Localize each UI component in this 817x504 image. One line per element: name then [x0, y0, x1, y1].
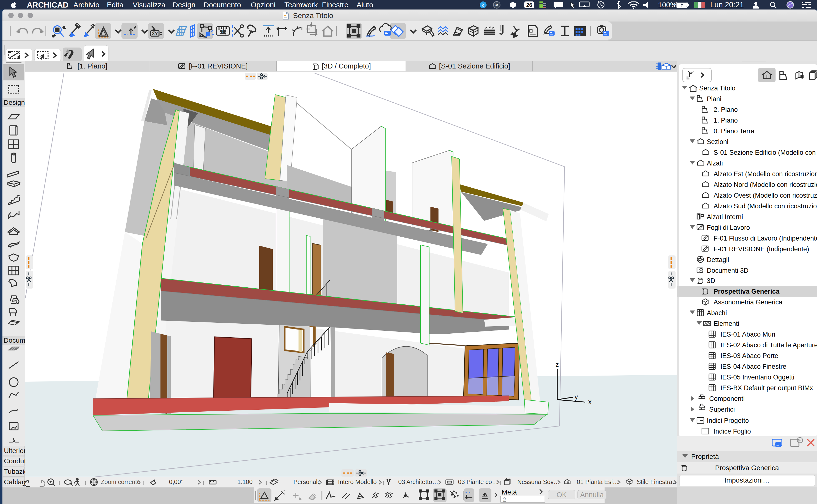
- svg-text:Docume: Docume: [4, 337, 25, 344]
- svg-text:Indici Progetto: Indici Progetto: [707, 417, 749, 424]
- svg-text:Indice Foglio: Indice Foglio: [714, 428, 751, 435]
- svg-text:Fogli di Lavoro: Fogli di Lavoro: [707, 224, 750, 231]
- svg-text:IES-03 Abaco Porte: IES-03 Abaco Porte: [720, 352, 778, 359]
- svg-text:IES-01 Abaco Muri: IES-01 Abaco Muri: [720, 331, 775, 338]
- svg-text:Superfici: Superfici: [709, 406, 735, 413]
- svg-text:z: z: [556, 361, 559, 368]
- svg-text:Personale: Personale: [293, 478, 321, 485]
- svg-text:Piani: Piani: [707, 95, 721, 103]
- svg-text:03 Architetto…: 03 Architetto…: [398, 478, 438, 485]
- svg-text:Alzato Nord (Modello con ricos: Alzato Nord (Modello con ricostruzione a: [714, 181, 817, 188]
- svg-text:Condutt: Condutt: [4, 457, 25, 465]
- svg-text:Intero Modello: Intero Modello: [338, 478, 376, 485]
- svg-text:1. Piano: 1. Piano: [714, 117, 738, 124]
- svg-text:Alzato Sud (Modello con ricost: Alzato Sud (Modello con ricostruzione au: [714, 203, 817, 210]
- svg-text:Alzati: Alzati: [707, 160, 723, 167]
- svg-text:Ulteriori: Ulteriori: [4, 447, 25, 455]
- svg-text:3D: 3D: [707, 277, 715, 284]
- svg-text:Prospettiva Generica: Prospettiva Generica: [715, 464, 779, 472]
- svg-text:Dettagli: Dettagli: [707, 256, 729, 263]
- svg-text:IES-04 Abaco Finestre: IES-04 Abaco Finestre: [720, 363, 786, 370]
- svg-text:Cablagg: Cablagg: [4, 478, 25, 486]
- svg-text:2. Piano: 2. Piano: [714, 106, 738, 113]
- svg-text:26: 26: [526, 2, 532, 8]
- svg-text:XY: XY: [152, 31, 158, 36]
- svg-text:Zoom corrente: Zoom corrente: [101, 478, 140, 485]
- svg-text:F-01 Flusso di Lavoro (Indipen: F-01 Flusso di Lavoro (Indipendente): [714, 235, 817, 242]
- svg-text:Alzato Est (Modello con ricost: Alzato Est (Modello con ricostruzione au…: [714, 170, 817, 178]
- svg-text:Stile Finestra…: Stile Finestra…: [637, 478, 677, 485]
- svg-text:IES-BX Default per output BIMx: IES-BX Default per output BIMx: [720, 384, 813, 392]
- svg-text:12: 12: [220, 29, 225, 35]
- svg-text:03 Piante co…: 03 Piante co…: [458, 478, 498, 485]
- svg-text:0,00°: 0,00°: [169, 478, 183, 485]
- svg-text:δ: δ: [482, 2, 484, 8]
- svg-text:Abachi: Abachi: [707, 309, 727, 317]
- svg-text:Elementi: Elementi: [714, 320, 739, 327]
- svg-text:IES-02 Abaco di Tutte le Apert: IES-02 Abaco di Tutte le Aperture: [720, 341, 817, 349]
- svg-text:Proprietà: Proprietà: [691, 453, 719, 460]
- svg-text:Alzato Ovest (Modello con rico: Alzato Ovest (Modello con ricostruzione: [714, 192, 817, 199]
- svg-text:∞: ∞: [495, 3, 498, 7]
- svg-text:F-01 REVISIONE (Indipendente): F-01 REVISIONE (Indipendente): [714, 245, 809, 253]
- svg-text:01 Pianta Esi…: 01 Pianta Esi…: [577, 478, 619, 485]
- svg-text:Nessuna Sov…: Nessuna Sov…: [517, 478, 560, 485]
- svg-text:S-01 Sezione Edificio (Modello: S-01 Sezione Edificio (Modello con ricos…: [714, 149, 817, 156]
- svg-text:Prospettiva Generica: Prospettiva Generica: [714, 288, 780, 295]
- svg-text:Assonometria Generica: Assonometria Generica: [714, 299, 783, 306]
- svg-text:Design: Design: [4, 99, 25, 106]
- svg-text:Documenti 3D: Documenti 3D: [707, 267, 748, 274]
- svg-text:x: x: [588, 398, 592, 406]
- svg-text:1:100: 1:100: [237, 478, 253, 485]
- svg-text:Componenti: Componenti: [709, 395, 745, 402]
- svg-text:IES-05 Inventario Oggetti: IES-05 Inventario Oggetti: [720, 374, 794, 381]
- svg-text:y: y: [575, 393, 578, 401]
- svg-text:Sezioni: Sezioni: [707, 138, 729, 145]
- svg-text:Tubazio: Tubazio: [4, 468, 25, 475]
- svg-text:Impostazioni…: Impostazioni…: [724, 476, 769, 484]
- svg-text:Alzati Interni: Alzati Interni: [707, 213, 743, 221]
- svg-text:Senza Titolo: Senza Titolo: [699, 85, 736, 92]
- svg-text:0. Piano Terra: 0. Piano Terra: [714, 127, 755, 135]
